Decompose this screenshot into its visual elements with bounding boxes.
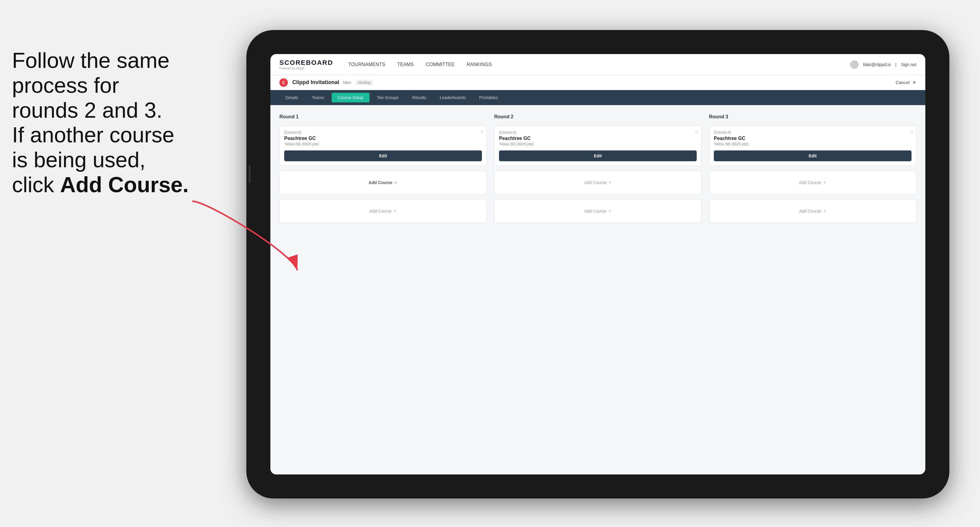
round-3-title: Round 3 [709,114,916,119]
nav-teams[interactable]: TEAMS [397,62,414,67]
tablet-frame: SCOREBOARD Powered by clippd TOURNAMENTS… [247,30,949,498]
tab-bar: Details Teams Course Setup Tee Groups Re… [270,90,925,105]
round-3-course-label: (Course A) [714,130,912,135]
powered-by: Powered by clippd [279,67,333,70]
tab-printables[interactable]: Printables [473,93,504,102]
nav-links: TOURNAMENTS TEAMS COMMITTEE RANKINGS [348,62,850,67]
round-1-course-card: ○ (Course A) Peachtree GC Yellow (M) (66… [279,125,487,166]
round-1-title: Round 1 [279,114,487,119]
round-2-course-name: Peachtree GC [499,136,697,141]
nav-rankings[interactable]: RANKINGS [466,62,492,67]
round-3-add-course-text-1: Add Course + [799,179,826,186]
round-2-remove-button[interactable]: ○ [695,129,698,134]
round-3-course-details: Yellow (M) (6629 yds) [714,142,912,146]
instruction-line1: Follow the same [12,48,169,72]
round-1-edit-button[interactable]: Edit [284,151,482,161]
round-1-course-name: Peachtree GC [284,136,482,141]
clippd-icon: C [279,78,288,87]
instruction-line6-prefix: click [12,173,60,197]
round-1-add-course-text-2: Add Course + [369,208,396,214]
round-2-add-course-2[interactable]: Add Course + [494,199,702,223]
round-1-course-details: Yellow (M) (6629 yds) [284,142,482,146]
round-3-course-name: Peachtree GC [714,136,912,141]
tab-course-setup[interactable]: Course Setup [332,93,369,102]
round-2-course-label: (Course A) [499,130,697,135]
tournament-role: Men [343,80,351,85]
round-2-title: Round 2 [494,114,702,119]
round-2-edit-button[interactable]: Edit [499,151,697,161]
instruction-line3: rounds 2 and 3. [12,98,162,122]
nav-separator: | [895,62,896,67]
round-3-add-course-1[interactable]: Add Course + [709,171,916,195]
rounds-grid: Round 1 ○ (Course A) Peachtree GC Yellow… [279,114,916,223]
logo-area: SCOREBOARD Powered by clippd [279,59,333,70]
instruction-line2: process for [12,73,119,97]
round-1-remove-button[interactable]: ○ [480,129,484,134]
scoreboard-logo: SCOREBOARD [279,59,333,67]
round-3-add-course-text-2: Add Course + [799,208,826,214]
round-1-add-course-1[interactable]: Add Course + [279,171,487,195]
sub-header: C Clippd Invitational Men Hosting Cancel… [270,75,925,90]
tab-results[interactable]: Results [406,93,432,102]
round-2-add-course-text-2: Add Course + [584,208,611,214]
round-2-add-course-text-1: Add Course + [584,179,611,186]
tab-teams[interactable]: Teams [306,93,330,102]
round-3-column: Round 3 ○ (Course A) Peachtree GC Yellow… [709,114,916,223]
nav-tournaments[interactable]: TOURNAMENTS [348,62,385,67]
sub-header-left: C Clippd Invitational Men Hosting [279,78,373,87]
round-1-add-course-text-1: Add Course + [369,179,398,186]
cancel-button[interactable]: Cancel ✕ [896,80,916,85]
instruction-text: Follow the same process for rounds 2 and… [0,48,234,197]
round-1-column: Round 1 ○ (Course A) Peachtree GC Yellow… [279,114,487,223]
tab-tee-groups[interactable]: Tee Groups [371,93,405,102]
round-3-remove-button[interactable]: ○ [910,129,913,134]
instruction-line6-bold: Add Course. [60,173,189,197]
sign-out-link[interactable]: Sign out [901,62,916,67]
top-nav: SCOREBOARD Powered by clippd TOURNAMENTS… [270,54,925,75]
hosting-badge: Hosting [356,80,373,85]
main-content: Round 1 ○ (Course A) Peachtree GC Yellow… [270,105,925,475]
nav-right: blair@clippd.io | Sign out [850,60,916,69]
user-email: blair@clippd.io [863,62,891,67]
round-1-add-course-2[interactable]: Add Course + [279,199,487,223]
instruction-line6: click Add Course. [12,173,189,197]
instruction-line4: If another course [12,123,174,147]
instruction-line5: is being used, [12,148,145,172]
round-2-column: Round 2 ○ (Course A) Peachtree GC Yellow… [494,114,702,223]
tab-details[interactable]: Details [279,93,304,102]
round-2-add-course-1[interactable]: Add Course + [494,171,702,195]
tournament-name: Clippd Invitational Men [292,79,351,86]
nav-committee[interactable]: COMMITTEE [426,62,455,67]
round-3-edit-button[interactable]: Edit [714,151,912,161]
round-1-course-label: (Course A) [284,130,482,135]
tablet-screen: SCOREBOARD Powered by clippd TOURNAMENTS… [270,54,925,475]
round-2-course-card: ○ (Course A) Peachtree GC Yellow (M) (66… [494,125,702,166]
user-avatar [850,60,859,69]
round-3-course-card: ○ (Course A) Peachtree GC Yellow (M) (66… [709,125,916,166]
round-2-course-details: Yellow (M) (6629 yds) [499,142,697,146]
tab-leaderboards[interactable]: Leaderboards [434,93,472,102]
round-3-add-course-2[interactable]: Add Course + [709,199,916,223]
